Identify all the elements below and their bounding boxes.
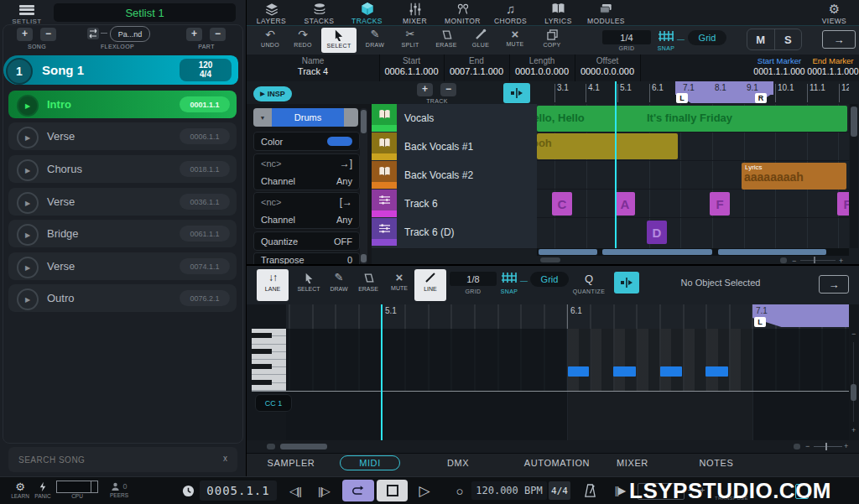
setlist-name-display[interactable]: Setlist 1	[54, 3, 236, 22]
midi-note[interactable]	[705, 366, 728, 377]
midi-snap-mode-dropdown[interactable]: Grid	[530, 272, 569, 287]
tab-sampler[interactable]: SAMPLER	[260, 458, 322, 468]
inspector-scrollbar[interactable]	[360, 108, 367, 264]
clip-length-field[interactable]: Length0001.0.0.000	[509, 55, 575, 81]
quantize-q-icon[interactable]: Q	[580, 271, 597, 286]
midi-follow-playhead-button[interactable]	[614, 272, 639, 294]
chord-cell[interactable]: C	[552, 192, 572, 216]
quantize-row[interactable]: QuantizeOFF	[253, 231, 360, 251]
tab-layers[interactable]: LAYERS	[247, 2, 295, 25]
midi-expand-arrow-button[interactable]: →	[819, 275, 849, 294]
part-row-intro[interactable]: ▶ Intro 0001.1.1	[8, 91, 237, 118]
midi-ruler[interactable]: 5.1 6.1 7.1 L	[286, 304, 849, 329]
midi-note[interactable]	[613, 366, 636, 377]
skip-forward-button[interactable]: ||▷	[312, 481, 336, 501]
track-row-vocals[interactable]: Vocals	[372, 104, 537, 133]
midi-erase-tool[interactable]: ERASE	[352, 269, 384, 301]
snap-mode-dropdown[interactable]: Grid	[688, 30, 726, 45]
cc-lane-badge[interactable]: CC 1	[255, 394, 292, 412]
channel-value[interactable]: Any	[336, 172, 352, 190]
midi-grid-value[interactable]: 1/8	[450, 272, 497, 286]
timesig-display[interactable]: 4/4	[549, 481, 570, 500]
erase-tool-button[interactable]: ERASE	[429, 28, 464, 53]
panic-button[interactable]: PANIC	[30, 481, 55, 499]
tab-views[interactable]: ⚙ VIEWS	[810, 2, 858, 25]
tab-notes[interactable]: NOTES	[687, 458, 746, 468]
arrangement-grid[interactable]: Hello, Hello It's finally Friday oooh Ly…	[537, 104, 849, 248]
search-clear-button[interactable]: x	[223, 454, 227, 463]
play-part-icon[interactable]: ▶	[17, 224, 39, 246]
grid-value-display[interactable]: 1/4	[602, 30, 651, 44]
setlist-menu-button[interactable]: SETLIST	[10, 3, 44, 25]
tab-monitor[interactable]: MONITOR	[439, 2, 487, 25]
play-part-icon[interactable]: ▶	[17, 288, 39, 310]
chord-cell[interactable]: A	[615, 192, 635, 216]
black-key[interactable]	[252, 349, 272, 354]
clip-end-field[interactable]: End0007.1.1.000	[444, 55, 510, 81]
preset-dropdown[interactable]: ▼ Drums	[253, 108, 358, 127]
play-part-icon[interactable]: ▶	[17, 95, 39, 117]
track-row-track6[interactable]: Track 6	[372, 190, 537, 219]
chord-cell[interactable]: F	[837, 192, 849, 216]
flexloop-value[interactable]: Pa...nd	[110, 26, 150, 42]
start-marker-field[interactable]: Start Marker0001.1.1.000	[753, 55, 805, 81]
color-row[interactable]: Color	[253, 132, 360, 151]
black-key[interactable]	[252, 364, 272, 369]
peers-indicator[interactable]: 0 PEERS	[104, 481, 134, 498]
split-tool-button[interactable]: ✂SPLIT	[393, 28, 428, 53]
play-part-icon[interactable]: ▶	[17, 127, 39, 148]
clip-lyrics[interactable]: Lyrics aaaaaaaah	[742, 163, 846, 190]
piano-keyboard[interactable]	[252, 329, 286, 391]
search-song-box[interactable]: x	[8, 447, 237, 472]
tab-modules[interactable]: MODULES	[582, 2, 630, 25]
midi-draw-tool[interactable]: ✎DRAW	[323, 269, 355, 301]
part-row-verse-1[interactable]: ▶ Verse 0006.1.1	[8, 122, 237, 150]
play-part-icon[interactable]: ▶	[17, 257, 39, 278]
clip-back-vocals-1[interactable]: oooh	[537, 133, 678, 159]
transpose-row[interactable]: Transpose 0	[253, 252, 360, 265]
zoom-slider-handle[interactable]	[814, 257, 815, 263]
track-row-track6-d[interactable]: Track 6 (D)	[372, 218, 537, 249]
tab-tracks[interactable]: TRACKS	[343, 2, 391, 25]
midi-zoom-out-icon[interactable]: −	[805, 442, 810, 450]
tab-mixer[interactable]: MIXER	[391, 2, 439, 25]
midi-note[interactable]	[568, 366, 589, 377]
count-in-button[interactable]: ||▶	[609, 481, 631, 501]
play-button[interactable]: ▷	[413, 480, 436, 501]
mute-button[interactable]: M	[747, 29, 775, 49]
cc-lane[interactable]	[286, 392, 849, 440]
tab-chords[interactable]: ♫ CHORDS	[487, 2, 534, 25]
play-part-icon[interactable]: ▶	[17, 192, 39, 214]
tab-mixer[interactable]: MIXER	[603, 458, 662, 468]
arrange-hscroll[interactable]: − +	[537, 256, 849, 264]
black-key[interactable]	[252, 333, 272, 338]
tab-midi[interactable]: MIDI	[340, 455, 400, 470]
solo-button[interactable]: S	[775, 29, 802, 49]
tab-stacks[interactable]: STACKS	[295, 2, 343, 25]
input-port[interactable]: <nc>	[261, 154, 281, 172]
output-port[interactable]: <nc>	[261, 193, 281, 210]
tab-automation[interactable]: AUTOMATION	[515, 458, 599, 468]
track-row-back-vocals-2[interactable]: Back Vocals #2	[372, 161, 537, 190]
bpm-display[interactable]: 120.000 BPM	[471, 481, 547, 500]
track-row-back-vocals-1[interactable]: Back Vocals #1	[372, 132, 537, 162]
song-tempo-badge[interactable]: 120 4/4	[180, 59, 232, 81]
song-row[interactable]: 1 Song 1 120 4/4	[3, 55, 238, 85]
midi-mute-tool[interactable]: ×MUTE	[383, 269, 415, 301]
loop-left-marker[interactable]: L	[676, 93, 688, 103]
add-track-button[interactable]: +	[417, 83, 433, 96]
color-swatch[interactable]	[327, 137, 352, 146]
piano-roll-grid[interactable]	[286, 329, 849, 391]
part-row-verse-3[interactable]: ▶ Verse 0074.1.1	[8, 252, 237, 280]
add-part-button[interactable]: +	[186, 28, 202, 41]
loop-right-marker[interactable]: R	[755, 93, 767, 103]
remove-track-button[interactable]: −	[440, 83, 456, 96]
clip-vocals[interactable]: Hello, Hello It's finally Friday	[537, 106, 847, 132]
midi-playhead[interactable]	[381, 304, 383, 440]
midi-vscroll[interactable]: − +	[850, 304, 858, 440]
part-row-chorus[interactable]: ▶ Chorus 0018.1.1	[8, 155, 237, 183]
black-key[interactable]	[252, 380, 272, 385]
midi-loop-left-marker[interactable]: L	[754, 317, 766, 327]
midi-hscroll[interactable]: − +	[247, 440, 859, 453]
remove-part-button[interactable]: −	[210, 28, 226, 41]
